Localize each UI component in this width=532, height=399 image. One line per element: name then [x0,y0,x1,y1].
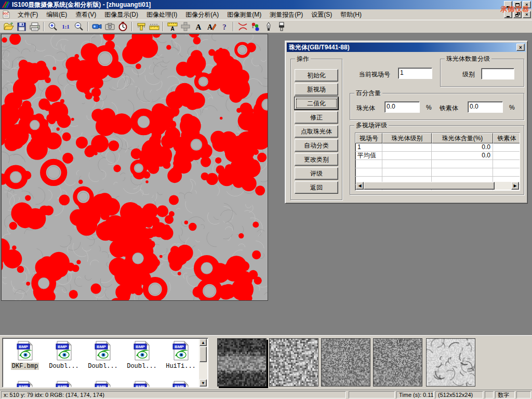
curve-tool-button[interactable] [236,21,249,32]
file-item[interactable]: BMPHuiTi... [163,341,199,370]
document-icon[interactable]: DOC [2,10,10,19]
thumbnail-5[interactable] [426,338,475,387]
menu-item[interactable]: 编辑(E) [42,9,71,20]
scroll-thumb[interactable] [364,182,495,190]
thumbnail-4[interactable] [373,338,422,387]
menu-item[interactable]: 图像显示(D) [100,9,142,20]
menu-item[interactable]: 图像分析(A) [181,9,223,20]
help-label: ? [222,23,227,31]
op-button[interactable]: 自动分类 [295,139,338,152]
ferrite-input[interactable]: 0.0 [468,101,503,113]
op-button[interactable]: 新视场 [295,83,338,96]
file-item[interactable]: BMPDoubl... [124,341,160,370]
measure-text-button[interactable]: A [166,21,179,32]
file-item[interactable]: BMP [163,381,199,388]
table-header[interactable]: 珠光体级别 [382,133,432,143]
menu-item[interactable]: 图像测量(M) [223,9,265,20]
maximize-button[interactable] [513,1,522,8]
table-cell: 0.0 [432,152,493,160]
thumbnail-2[interactable] [269,338,318,387]
actual-size-button[interactable]: 1:1 [59,21,72,32]
current-field-input[interactable]: 1 [398,68,432,79]
menu-item[interactable]: 测量报告(P) [265,9,307,20]
op-button[interactable]: 更改类别 [295,153,338,166]
close-button[interactable]: × [523,1,531,8]
op-button[interactable]: 修正 [295,111,338,124]
table-row[interactable] [355,168,520,177]
file-item[interactable]: BMPDKF.bmp [7,341,43,370]
table-header[interactable]: 铁素体 [493,133,520,143]
thumbnail-3[interactable] [321,338,370,387]
file-item[interactable]: BMPDoubl... [85,341,121,370]
op-button[interactable]: 点取珠光体 [295,125,338,138]
file-item[interactable]: BMPDoubl... [46,341,82,370]
menu-item[interactable]: 设置(S) [307,9,336,20]
minimize-button[interactable] [504,1,512,8]
dialog-close-button[interactable]: × [516,44,525,51]
save-button[interactable] [15,21,28,32]
table-header[interactable]: 珠光体含量(%) [432,133,493,143]
op-button[interactable]: 评级 [295,167,338,180]
file-browser[interactable]: BMPDKF.bmpBMPDoubl...BMPDoubl...BMPDoubl… [2,338,208,388]
pearlite-input[interactable]: 0.0 [384,101,420,113]
scroll-left-button[interactable]: ◀ [356,182,364,190]
table-row[interactable] [355,160,520,168]
table-header[interactable]: 视场号 [355,133,382,143]
zoom-out-button[interactable] [72,21,85,32]
pearlite-label: 珠光体 [356,104,375,113]
op-button[interactable]: 二值化 [295,97,338,110]
menu-item[interactable]: 文件(F) [14,9,42,20]
ferrite-label: 铁素体 [440,104,458,113]
file-vscrollbar[interactable]: ▲ ▼ [199,339,207,387]
op-button[interactable]: 返回 [295,181,338,194]
table-row[interactable]: 10.0 [355,143,520,152]
table-row[interactable]: 平均值0.0 [355,152,520,160]
help-button[interactable]: ? [218,21,231,32]
zoom-in-button[interactable] [46,21,59,32]
text-button[interactable]: A [192,21,205,32]
camera-capture-button[interactable] [103,21,116,32]
svg-text:A: A [170,26,174,31]
open-button[interactable] [2,21,15,32]
table-hscrollbar[interactable]: ◀ ▶ [356,182,519,190]
status-panel-empty [349,391,395,398]
mdi-minimize-button[interactable] [504,11,512,18]
classify-points-button[interactable]: 1 [249,21,262,32]
op-button[interactable]: 初始化 [295,69,338,82]
file-item[interactable]: BMP [124,381,160,388]
rating-table[interactable]: 视场号珠光体级别珠光体含量(%)铁素体 10.0平均值0.0 ◀ ▶ [355,132,520,191]
brush-button[interactable] [275,21,288,32]
table-cell [493,160,520,168]
grade-input[interactable] [481,68,514,79]
svg-text:BMP: BMP [97,384,106,388]
grid-cross-button[interactable] [179,21,192,32]
thumbnail-1[interactable] [217,338,267,387]
scroll-down-button[interactable]: ▼ [200,379,207,387]
menu-item[interactable]: 图像处理(I) [142,9,181,20]
multi-field-group-label: 多视场评级 [354,122,389,129]
annotate-button[interactable]: A [205,21,218,32]
scroll-thumb[interactable] [200,347,207,362]
mdi-window-buttons: × [504,11,531,18]
svg-text:BMP: BMP [175,384,184,388]
dialog-title-bar[interactable]: 珠光体(GB/T9441-88) × [287,43,526,52]
ruler-button[interactable] [148,21,161,32]
mdi-restore-button[interactable] [513,11,522,18]
file-item[interactable]: BMP [46,381,82,388]
caliper-button[interactable] [135,21,148,32]
scroll-right-button[interactable]: ▶ [511,182,519,190]
print-button[interactable] [28,21,41,32]
timer-button[interactable] [116,21,129,32]
dialog-title: 珠光体(GB/T9441-88) [289,43,350,52]
menu-item[interactable]: 查看(V) [71,9,100,20]
mdi-close-button[interactable]: × [523,11,531,18]
scroll-up-button[interactable]: ▲ [200,339,207,346]
metallographic-image[interactable] [1,34,268,301]
menu-item[interactable]: 帮助(H) [336,9,366,20]
file-item[interactable]: BMP [85,381,121,388]
file-name: Doubl... [87,363,119,370]
workspace: 珠光体(GB/T9441-88) × 操作 初始化新视场二值化修正点取珠光体自动… [0,33,532,335]
video-camera-button[interactable] [90,21,103,32]
pen-button[interactable] [262,21,275,32]
file-item[interactable]: BMP [7,381,43,388]
